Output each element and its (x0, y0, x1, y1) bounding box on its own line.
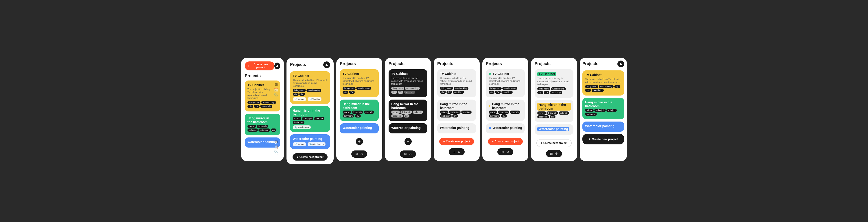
tag-diy-6: diy (489, 91, 494, 94)
tag-1day: 1-day-job (257, 125, 268, 128)
tv-title-7: TV Cabinet (537, 72, 571, 76)
settings-icon-3[interactable]: ⚙ (360, 152, 363, 156)
wc-title-highlight-7: Watercolor painting (537, 127, 569, 131)
tag-1d6: 1-day-job (498, 110, 509, 114)
tag-diy-m6: diy (501, 114, 507, 118)
doc-icon-wc: 📄 (294, 143, 297, 145)
tag-1d7: 1-day-job (547, 112, 558, 115)
wc-title-3: Watercolor painting (343, 126, 376, 130)
avatar-button-2[interactable] (323, 61, 330, 68)
tv-desc-5: The project to build my TV cabinet with … (440, 77, 473, 86)
create-project-btn-7[interactable]: + Create new project (536, 139, 571, 147)
home-icon-4[interactable]: ⊞ (404, 152, 407, 156)
project-card-tv-2: TV Cabinet The project to build my TV ca… (290, 71, 330, 104)
bottom-nav-6: ⊞ ⚙ (486, 148, 525, 155)
mirror-tags-1: mirror 1-day-job solo-job bathroom diy (247, 125, 278, 132)
create-panel-label: Create new project (592, 137, 618, 141)
add-project-btn-4[interactable]: + (404, 138, 412, 145)
mirror-title-7: Hang mirror in the bathroom (537, 103, 571, 111)
paperclip-icon[interactable]: 📎 (274, 93, 278, 98)
worklog-badge[interactable]: 📄 Worklog (308, 97, 322, 101)
tv-title-highlight-7: TV Cabinet (537, 72, 556, 76)
create-new-project-panel[interactable]: + Create new project (582, 134, 624, 145)
nav-pill-6: ⊞ ⚙ (497, 148, 513, 155)
screen-8-title: Projects (582, 61, 598, 66)
settings-icon-7[interactable]: ⚙ (555, 152, 558, 155)
settings-icon-4[interactable]: ⚙ (409, 152, 412, 156)
manual-badge-wc[interactable]: 📄 Manual (293, 142, 306, 146)
home-icon-6[interactable]: ⊞ (501, 150, 504, 154)
paperclip-icon-wc[interactable]: 📎 (274, 150, 278, 155)
tv-cabinet-tags-1: living room woodworking diy TV need-help (247, 101, 278, 108)
manual-badge[interactable]: 📄 Manual (293, 97, 306, 101)
tag-diy-5: diy (440, 91, 446, 94)
screen-2: Projects TV Cabinet The project to build… (286, 58, 334, 164)
avatar-button[interactable] (274, 63, 280, 69)
tag-lr-7: living room (537, 87, 550, 90)
screen-3: Projects TV Cabinet The project to build… (336, 58, 382, 161)
create-new-top-button[interactable]: + Create new project (245, 61, 274, 70)
tag-diy-4: diy (391, 91, 397, 94)
mirror-tags-7: mirror 1-day-job solo-job bathroom diy (537, 112, 571, 118)
tv-title-5: TV Cabinet (440, 72, 473, 76)
mirror-attachments-2: 📎 Attachments (293, 125, 327, 129)
tag-lr-5: living room (440, 87, 453, 90)
calendar-icon[interactable]: 📅 (274, 88, 278, 92)
create-project-btn-2[interactable]: ● Create new project (292, 153, 328, 161)
tag-1d4: 1-day-job (400, 110, 412, 114)
screen-5: Projects TV Cabinet The project to build… (434, 58, 479, 161)
project-card-wc-6: Watercolor painting (486, 123, 525, 133)
home-icon-5[interactable]: ⊞ (453, 150, 456, 154)
avatar-button-8[interactable] (617, 61, 624, 67)
tag-ww-4: woodworking (405, 87, 420, 90)
project-card-tv-3: TV Cabinet The project to build my TV ca… (340, 69, 379, 97)
mirror-title-5: Hang mirror in the bathroom (440, 102, 473, 110)
plus-icon-6: + (492, 140, 494, 143)
tag-nh-7: need-help (550, 91, 562, 94)
screen-3-title: Projects (340, 61, 356, 66)
create-project-btn-6[interactable]: + Create new project (488, 138, 523, 145)
home-icon-7[interactable]: ⊞ (550, 152, 553, 155)
attachments-badge-wc[interactable]: 📎 Attachments (308, 142, 326, 146)
paperclip-icon-mirror[interactable]: 📎 (275, 130, 278, 133)
mirror-title-highlight-7: Hang mirror in the bathroom (537, 103, 571, 111)
settings-icon-5[interactable]: ⚙ (458, 150, 461, 154)
project-card-tv-5: TV Cabinet The project to build my TV ca… (437, 69, 476, 97)
wc-title-4: Watercolor painting (391, 126, 425, 130)
project-card-mirror-4: Hang mirror in the bathroom mirror 1-day… (389, 100, 427, 121)
tv-desc-8: The project to build my TV cabinet with … (585, 78, 621, 84)
tag-tv-8: TV (585, 89, 591, 92)
tv-attachments-2: 📄 Manual 📄 Worklog (293, 97, 327, 101)
mirror-title-8: Hang mirror in the bathroom (585, 100, 621, 108)
attachments-badge-mirror[interactable]: 📎 Attachments (293, 125, 311, 129)
tag-tv-6: TV (495, 91, 501, 94)
screen-4: Projects TV Cabinet The project to build… (385, 58, 431, 161)
project-card-wc-4: Watercolor painting (389, 123, 427, 133)
add-project-btn-3[interactable]: + (356, 138, 363, 145)
tag-s2: solo-job (314, 117, 324, 120)
nav-pill-7: ⊞ ⚙ (546, 150, 562, 157)
screen-5-title: Projects (437, 61, 453, 66)
doc-icon: 📄 (294, 98, 297, 100)
settings-icon-6[interactable]: ⚙ (506, 150, 509, 154)
screen-1: + Create new project Projects ⊞ 📅 📎 TV C… (241, 58, 284, 161)
project-card-tv-6: TV Cabinet The project to build my TV ca… (486, 69, 525, 97)
screen-2-title: Projects (290, 62, 306, 67)
screen-7-header: Projects (535, 61, 574, 66)
create-project-btn-5[interactable]: + Create new project (439, 138, 474, 145)
tv-desc-7: The project to build my TV cabinet with … (537, 77, 571, 86)
tag-m5: mirror (440, 110, 448, 114)
grid-icon[interactable]: ⊞ (274, 82, 278, 87)
clipboard-icon-wc[interactable]: 📋 (274, 145, 278, 149)
tag-tv-2: TV (299, 93, 305, 96)
wc-title-8: Watercolor painting (585, 124, 621, 128)
screen-7: Projects TV Cabinet The project to build… (531, 58, 577, 161)
project-card-tv-cabinet-1: ⊞ 📅 📎 TV Cabinet The project to build my… (245, 81, 280, 112)
screen-4-header: Projects (389, 61, 427, 66)
grid-icon-wc[interactable]: ⊞ (274, 139, 278, 144)
home-icon-3[interactable]: ⊞ (355, 152, 358, 156)
screen-6-header: Projects (486, 61, 525, 66)
wc-title-2: Watercolor painting (293, 137, 327, 141)
tag-diy: diy (247, 105, 253, 108)
watercolor-title-1: Watercolor painting (247, 140, 278, 144)
